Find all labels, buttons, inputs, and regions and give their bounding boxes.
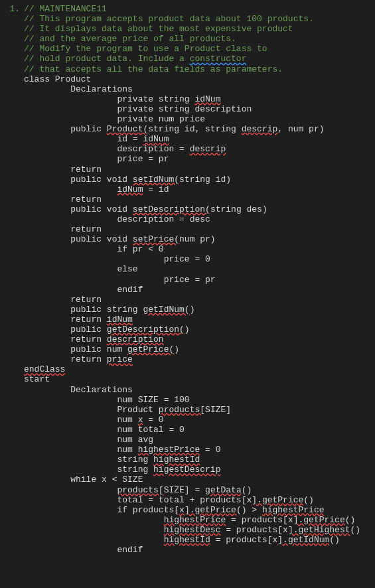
code-line: // and the average price of all products… [24, 34, 360, 44]
code-line: num x = 0 [24, 415, 360, 425]
line-number: 1. [9, 4, 20, 14]
code-line: if products[x].getPrice() > highestPrice [24, 505, 360, 515]
code-line: Declarations [24, 385, 360, 395]
code-line: private string description [24, 104, 360, 114]
code-line: total = total + products[x].getPrice() [24, 495, 360, 505]
code-line: string highestId [24, 455, 360, 465]
code-line: string higestDescrip [24, 465, 360, 475]
code-line: highestPrice = products[x].getPrice() [24, 515, 360, 525]
code-line: endif [24, 545, 360, 555]
code-line: id = idNum [24, 134, 360, 144]
code-line: public getDescription() [24, 325, 360, 334]
code-line: public void setPrice(num pr) [24, 234, 360, 244]
code-line: // hold product data. Include a construc… [24, 54, 360, 64]
code-line: num total = 0 [24, 425, 360, 435]
code-line: endClass [24, 364, 360, 374]
code-line: // It displays data about the most expen… [24, 24, 360, 34]
code-line: price = pr [24, 275, 360, 285]
code-line: public Product(string id, string descrip… [24, 124, 360, 134]
code-line: products[SIZE] = getData() [24, 485, 360, 495]
code-line: idNum = id [24, 184, 360, 194]
code-line: return price [24, 354, 360, 364]
code-line: return [24, 165, 360, 175]
code-line: Declarations [24, 84, 360, 94]
code-line: return idNum [24, 315, 360, 325]
code-line: public void setDescription(string des) [24, 204, 360, 214]
code-line: num highestPrice = 0 [24, 445, 360, 455]
code-line: while x < SIZE [24, 475, 360, 484]
line-number-gutter: 1. [0, 4, 24, 555]
code-line: class Product [24, 74, 360, 84]
code-line: return description [24, 334, 360, 344]
code-editor: 1. // MAINTENANCE11// This program accep… [0, 0, 375, 559]
code-line: num avg [24, 435, 360, 445]
code-line: start [24, 374, 360, 384]
code-line: // that accepts all the data fields as p… [24, 64, 360, 74]
code-line: num SIZE = 100 [24, 395, 360, 405]
code-line: // MAINTENANCE11 [24, 4, 360, 14]
code-line: price = 0 [24, 254, 360, 264]
code-line: private num price [24, 114, 360, 124]
code-line: return [24, 194, 360, 204]
code-line: description = desc [24, 214, 360, 224]
code-line: description = descrip [24, 144, 360, 154]
code-line: public string getIdNum() [24, 305, 360, 315]
code-line: highestId = products[x].getIdNum() [24, 535, 360, 545]
code-line: highestDesc = products[x].getHighest() [24, 525, 360, 535]
code-line: Product products[SIZE] [24, 405, 360, 415]
code-line: if pr < 0 [24, 244, 360, 254]
code-content: // MAINTENANCE11// This program accepts … [24, 4, 367, 555]
code-line: private string idNum [24, 94, 360, 104]
code-line: public void setIdNum(string id) [24, 175, 360, 184]
code-line: // Modify the program to use a Product c… [24, 44, 360, 54]
code-line: else [24, 264, 360, 274]
code-line: public num getPrice() [24, 344, 360, 354]
code-line: price = pr [24, 154, 360, 164]
code-line: // This program accepts product data abo… [24, 14, 360, 24]
code-line: return [24, 295, 360, 305]
code-line: endif [24, 285, 360, 295]
code-line: return [24, 224, 360, 234]
